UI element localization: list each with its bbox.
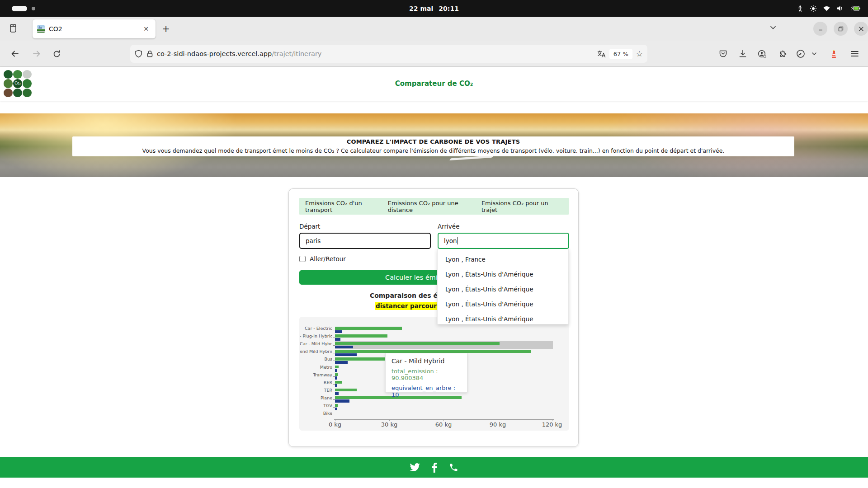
url-text[interactable]: co-2-sidi-ndaos-projects.vercel.app/traj… <box>157 50 597 57</box>
x-axis-tick-label: 0 kg <box>319 421 351 428</box>
phone-icon[interactable] <box>449 463 458 472</box>
bar-equivalent-arbre[interactable] <box>335 330 342 333</box>
bar-total-emission[interactable] <box>335 404 338 407</box>
reload-icon[interactable] <box>50 47 63 61</box>
bar-equivalent-arbre[interactable] <box>335 384 337 387</box>
hero-subtitle: Vous vous demandez quel mode de transpor… <box>72 147 794 154</box>
depart-label: Départ <box>299 223 320 230</box>
bar-total-emission[interactable] <box>335 327 402 330</box>
x-axis-tick-label: 120 kg <box>536 421 568 428</box>
toolbar-chevron-icon[interactable] <box>809 47 819 61</box>
bar-total-emission[interactable] <box>335 342 500 345</box>
calculator-tabs: Emissions CO₂ d'un transport Emissions C… <box>299 198 569 215</box>
depart-input[interactable]: paris <box>299 233 431 249</box>
suggestion-item[interactable]: Lyon , France <box>438 252 568 267</box>
forward-icon[interactable] <box>30 47 43 61</box>
hero-text-strip: COMPAREZ L'IMPACT DE CARBONE DE VOS TRAJ… <box>72 136 794 156</box>
chart-category-label: - Plug-in Hybrid <box>300 333 332 339</box>
bar-total-emission[interactable] <box>335 373 338 376</box>
bar-total-emission[interactable] <box>335 381 342 384</box>
translate-icon[interactable] <box>597 50 606 58</box>
facebook-icon[interactable] <box>432 463 437 473</box>
tab-distance[interactable]: Emissions CO₂ pour une distance <box>388 200 481 213</box>
pocket-icon[interactable] <box>716 47 730 61</box>
suggestion-item[interactable]: Lyon , États-Unis d'Amérique <box>438 267 568 282</box>
text-caret <box>458 237 458 244</box>
lock-icon[interactable] <box>146 50 153 58</box>
menu-icon[interactable] <box>847 47 862 61</box>
tab-trajet[interactable]: Emissions CO₂ pour un trajet <box>481 200 563 213</box>
download-icon[interactable] <box>736 47 750 61</box>
chart-category-label: end Mild Hybrid <box>300 349 332 354</box>
site-header: Co₂ Comparateur de CO₂ <box>0 67 868 101</box>
bar-equivalent-arbre[interactable] <box>335 399 349 403</box>
hero-title: COMPAREZ L'IMPACT DE CARBONE DE VOS TRAJ… <box>72 138 794 145</box>
bar-equivalent-arbre[interactable] <box>335 369 337 372</box>
close-window-button[interactable] <box>854 22 868 36</box>
bar-total-emission[interactable] <box>335 389 357 392</box>
account-icon[interactable] <box>755 47 769 61</box>
bar-total-emission[interactable] <box>335 366 339 369</box>
aller-retour-label: Aller/Retour <box>310 255 346 263</box>
url-host: co-2-sidi-ndaos-projects.vercel.app <box>157 50 272 57</box>
depart-value: paris <box>306 237 321 244</box>
bar-equivalent-arbre[interactable] <box>335 408 337 411</box>
url-path: /trajet/itinerary <box>272 50 321 57</box>
system-clock[interactable]: 22 mai 20:11 <box>0 0 868 17</box>
back-icon[interactable] <box>8 47 22 61</box>
battery-icon[interactable] <box>850 5 861 12</box>
tab-transport[interactable]: Emissions CO₂ d'un transport <box>305 200 388 213</box>
browser-tab[interactable]: CO2 ✕ <box>33 19 156 38</box>
tracking-shield-icon[interactable] <box>135 50 142 58</box>
tab-close-icon[interactable]: ✕ <box>141 24 151 33</box>
hero-banner: COMPAREZ L'IMPACT DE CARBONE DE VOS TRAJ… <box>0 113 868 177</box>
bar-equivalent-arbre[interactable] <box>335 376 337 380</box>
bar-total-emission[interactable] <box>335 334 387 338</box>
extensions-icon[interactable] <box>776 47 790 61</box>
system-date: 22 mai <box>409 5 433 12</box>
chart-category-label: RER <box>300 380 332 385</box>
bar-equivalent-arbre[interactable] <box>335 361 348 364</box>
bar-total-emission[interactable] <box>335 357 389 361</box>
brightness-icon[interactable] <box>810 5 817 12</box>
gauge-icon[interactable] <box>795 47 807 61</box>
bar-equivalent-arbre[interactable] <box>335 346 353 349</box>
chart-tooltip: Car - Mild Hybrid total_emission : 90.90… <box>385 353 467 393</box>
bar-equivalent-arbre[interactable] <box>335 392 339 395</box>
suggestion-item[interactable]: Lyon , États-Unis d'Amérique <box>438 311 568 326</box>
lighthouse-extension-icon[interactable] <box>826 47 841 61</box>
accessibility-icon[interactable] <box>797 5 804 12</box>
bookmark-star-icon[interactable]: ☆ <box>636 49 643 58</box>
aller-retour-row: Aller/Retour <box>299 255 346 263</box>
arrivee-input[interactable]: lyon <box>438 233 569 249</box>
volume-icon[interactable] <box>836 5 844 12</box>
system-status-area[interactable] <box>797 0 861 17</box>
city-suggestions-dropdown: Lyon , FranceLyon , États-Unis d'Amériqu… <box>437 249 569 324</box>
new-tab-button[interactable]: + <box>159 22 173 36</box>
web-page: Co₂ Comparateur de CO₂ COMPAREZ L'IMPACT… <box>0 67 868 457</box>
chart-category-label: Car - Electric <box>300 326 332 331</box>
tab-list-chevron-icon[interactable] <box>769 24 777 31</box>
wifi-icon[interactable] <box>823 5 830 12</box>
suggestion-item[interactable]: Lyon , États-Unis d'Amérique <box>438 282 568 296</box>
twitter-icon[interactable] <box>410 463 420 472</box>
url-bar[interactable]: co-2-sidi-ndaos-projects.vercel.app/traj… <box>130 45 647 63</box>
minimize-button[interactable] <box>813 22 827 36</box>
bar-equivalent-arbre[interactable] <box>335 353 357 357</box>
site-footer <box>0 457 868 478</box>
bar-total-emission[interactable] <box>335 350 531 353</box>
chart-category-label: Metro <box>300 365 332 370</box>
suggestion-item[interactable]: Lyon , États-Unis d'Amérique <box>438 296 568 311</box>
firefox-view-icon[interactable] <box>8 23 18 34</box>
results-distance-text: distancer parcour <box>375 302 438 310</box>
chart-category-label: TER <box>300 388 332 393</box>
zoom-level-badge[interactable]: 67 % <box>609 49 632 59</box>
x-axis-tick-label: 60 kg <box>428 421 459 428</box>
arrivee-label: Arrivée <box>438 223 459 230</box>
bar-equivalent-arbre[interactable] <box>335 338 340 341</box>
tab-bar: CO2 ✕ + <box>0 17 868 41</box>
restore-button[interactable] <box>834 22 848 36</box>
system-top-bar: 22 mai 20:11 <box>0 0 868 17</box>
chart-row-tick <box>333 415 335 415</box>
aller-retour-checkbox[interactable] <box>299 256 306 262</box>
